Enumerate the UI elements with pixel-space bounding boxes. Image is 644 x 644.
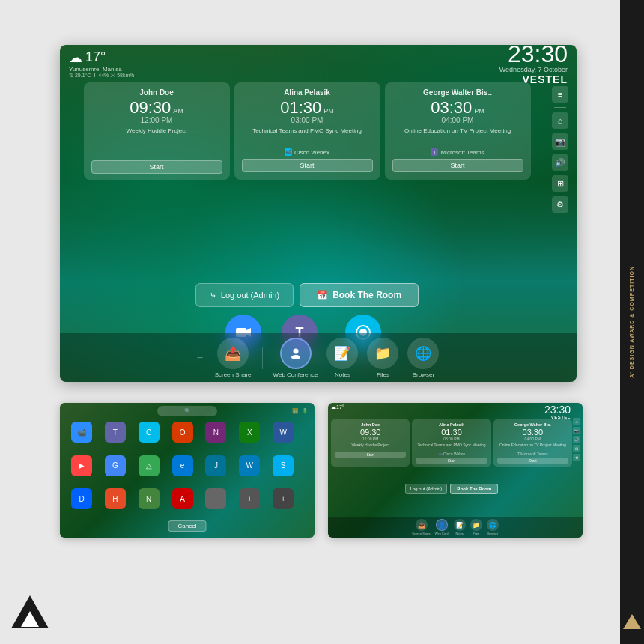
volume-icon[interactable]: 🔊	[552, 154, 568, 171]
logout-icon: ⤷	[210, 291, 216, 300]
grid-icon[interactable]: ⊞	[552, 175, 568, 192]
taskbar-screen-share[interactable]: 📤 Screen Share	[215, 338, 252, 378]
mini-logout-button[interactable]: Log out (Admin)	[405, 484, 448, 494]
clock-date: Wednesday, 7 October	[499, 66, 568, 73]
mini-screen-share-icon: 📤	[416, 519, 428, 531]
cancel-button[interactable]: Cancel	[168, 520, 207, 532]
start-button-1[interactable]: Start	[91, 160, 222, 174]
taskbar-web-conference[interactable]: Web Conference	[273, 338, 318, 378]
mini-screen-share[interactable]: 📤 Screen Share	[412, 519, 430, 535]
top-screen: ☁ 17° Yunusemre, Manisa ⇅ 29.1°C ⬇ 44% 🌬…	[60, 45, 577, 382]
app-edge[interactable]: e	[172, 455, 193, 476]
action-buttons: ⤷ Log out (Admin) 📅 Book The Room	[67, 283, 547, 307]
mini-settings-icon[interactable]: ⚙	[573, 454, 580, 461]
meeting-ampm-1: AM	[173, 107, 183, 115]
mini-browser[interactable]: 🌐 Browser	[487, 519, 499, 535]
app-word[interactable]: W	[273, 422, 294, 443]
app-node[interactable]: N	[139, 488, 160, 509]
mini-notes-icon: 📝	[454, 519, 466, 531]
meeting-card-1: John Doe 09:30 AM 12:00 PM Weekly Huddle…	[84, 82, 230, 180]
meetings-area: John Doe 09:30 AM 12:00 PM Weekly Huddle…	[67, 82, 547, 180]
weather-widget: ☁ 17° Yunusemre, Manisa ⇅ 29.1°C ⬇ 44% 🌬…	[69, 49, 134, 79]
mini-meetings: John Doe 09:30 12:00 PM Weekly Huddle Pr…	[331, 419, 572, 467]
mini-notes[interactable]: 📝 Notes	[454, 519, 466, 535]
mini-files-icon: 📁	[470, 519, 482, 531]
app-java[interactable]: J	[205, 455, 226, 476]
files-icon: 📁	[367, 338, 398, 369]
meeting-person-1: John Doe	[91, 88, 222, 97]
mini-home-icon[interactable]: ⌂	[573, 418, 580, 425]
award-triangle-icon	[623, 614, 641, 629]
app-misc2[interactable]: +	[239, 488, 260, 509]
app-misc1[interactable]: +	[205, 488, 226, 509]
app-zoom[interactable]: 📹	[71, 422, 92, 443]
start-button-2[interactable]: Start	[242, 159, 373, 172]
volume-bar: ─	[198, 353, 203, 362]
mini-book-button[interactable]: Book The Room	[450, 484, 498, 494]
mini-action-buttons: Log out (Admin) Book The Room	[331, 484, 572, 494]
mini-card-1: John Doe 09:30 12:00 PM Weekly Huddle Pr…	[331, 419, 410, 467]
mini-files[interactable]: 📁 Files	[470, 519, 482, 535]
meeting-time-start-3: 03:30	[431, 100, 472, 116]
app-teams[interactable]: T	[105, 422, 126, 443]
app-dropbox[interactable]: D	[71, 488, 92, 509]
app-google[interactable]: G	[105, 455, 126, 476]
settings-icon[interactable]: ⚙	[552, 196, 568, 213]
start-button-3[interactable]: Start	[392, 159, 523, 172]
meeting-ampm-3: PM	[474, 107, 484, 115]
notes-icon: 📝	[326, 338, 358, 369]
app-excel[interactable]: X	[239, 422, 260, 443]
app-misc3[interactable]: +	[273, 488, 294, 509]
app-cisco[interactable]: C	[139, 422, 160, 443]
app-html[interactable]: H	[105, 488, 126, 509]
meeting-time-end-label-1: 12:00 PM	[91, 116, 222, 124]
app-onenote[interactable]: N	[205, 422, 226, 443]
bottom-left-screen: 📶 🔋 🔍 📹 T C O N X W ▶ G △ e J W S	[60, 403, 315, 538]
mini-weather: ☁17°	[331, 404, 344, 410]
logout-button[interactable]: ⤷ Log out (Admin)	[195, 283, 294, 307]
design-award-logo	[11, 595, 49, 633]
taskbar-browser[interactable]: 🌐 Browser	[407, 338, 439, 378]
meeting-time-end-label-3: 04:00 PM	[392, 116, 523, 124]
app-adobe[interactable]: A	[172, 488, 193, 509]
app-youtube[interactable]: ▶	[71, 455, 92, 476]
screen-sidebar: ≡ ⌂ 📷 🔊 ⊞ ⚙	[550, 86, 571, 374]
home-icon[interactable]: ⌂	[552, 112, 568, 129]
screen-share-icon: 📤	[217, 338, 249, 369]
meeting-app-2: 📹 Cisco Webex	[242, 148, 373, 156]
meeting-time-start-1: 09:30	[130, 100, 171, 116]
mini-taskbar: 📤 Screen Share 👤 Web Conf. 📝 Notes 📁 Fil…	[328, 517, 583, 538]
app-skype[interactable]: S	[273, 455, 294, 476]
app-grid: 📹 T C O N X W ▶ G △ e J W S D H N A + + …	[71, 422, 303, 519]
app-office[interactable]: O	[172, 422, 193, 443]
mini-clock: 23:30 VESTEL	[544, 404, 571, 419]
search-bar[interactable]: 🔍	[157, 406, 217, 416]
taskbar-notes[interactable]: 📝 Notes	[326, 338, 358, 378]
menu-icon[interactable]: ≡	[552, 86, 568, 103]
clock-time: 23:30	[499, 45, 568, 66]
mini-card-2: Alina Pelasik 01:30 03:00 PM Technical T…	[412, 419, 490, 467]
mini-volume-icon[interactable]: 🔊	[573, 436, 580, 443]
meetings-row: John Doe 09:30 AM 12:00 PM Weekly Huddle…	[67, 82, 547, 180]
taskbar-files[interactable]: 📁 Files	[367, 338, 398, 378]
meeting-ampm-2: PM	[323, 107, 334, 115]
award-text: A' DESIGN AWARD & COMPETITION	[628, 266, 636, 378]
app-drive[interactable]: △	[139, 455, 160, 476]
mini-web-conference[interactable]: 👤 Web Conf.	[435, 519, 449, 535]
browser-icon: 🌐	[407, 338, 439, 369]
cisco-icon: 📹	[285, 148, 292, 156]
cloud-icon: ☁	[69, 49, 82, 66]
meeting-title-1: Weekly Huddle Project	[91, 127, 222, 145]
meeting-person-3: George Walter Bis..	[392, 88, 523, 97]
screen-topbar: ☁ 17° Yunusemre, Manisa ⇅ 29.1°C ⬇ 44% 🌬…	[60, 45, 577, 82]
mini-camera-icon[interactable]: 📷	[573, 427, 580, 434]
web-conference-icon	[280, 338, 312, 369]
meeting-card-3: George Walter Bis.. 03:30 PM 04:00 PM On…	[385, 82, 531, 180]
mini-grid-icon[interactable]: ⊞	[573, 445, 580, 452]
svg-point-4	[293, 348, 298, 353]
camera-icon[interactable]: 📷	[552, 133, 568, 150]
mini-card-3: George Walter Bis. 03:30 04:00 PM Online…	[493, 419, 572, 467]
mini-sidebar: ⌂ 📷 🔊 ⊞ ⚙	[572, 418, 581, 517]
book-room-button[interactable]: 📅 Book The Room	[300, 283, 419, 307]
app-wordpress[interactable]: W	[239, 455, 260, 476]
